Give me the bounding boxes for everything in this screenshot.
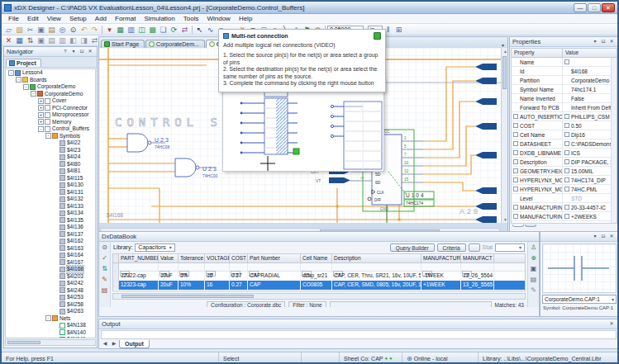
criteria-button[interactable]: Criteria (437, 243, 466, 252)
column-header[interactable]: Part Number (248, 254, 301, 262)
value-checkbox[interactable] (564, 141, 569, 146)
property-row[interactable]: HYPERLYNX_MODEL 74HC174_DIP (512, 176, 617, 185)
output-tab[interactable]: Output (119, 340, 150, 348)
tree-item[interactable]: + Microprocessor (6, 111, 95, 119)
tree-item[interactable]: - CorporateDemo (6, 83, 95, 91)
tree-item[interactable]: $4I134 (6, 210, 95, 217)
expand-toggle[interactable]: - (38, 126, 44, 132)
property-row[interactable]: DATASHEET C:\PADSDemonst (512, 139, 617, 149)
value-checkbox[interactable] (564, 123, 569, 128)
open-icon[interactable]: ▨ (14, 25, 25, 35)
tree-item[interactable]: - Boards (6, 77, 95, 84)
bottom-tab[interactable] (512, 225, 524, 227)
value-checkbox[interactable] (564, 205, 569, 210)
pin-icon[interactable]: ⊡ (78, 48, 86, 55)
column-header-value[interactable]: Value (563, 49, 581, 57)
menu-item[interactable]: Help (235, 15, 256, 22)
filter-cell[interactable]: =▾ (248, 263, 301, 271)
refresh-icon[interactable]: ⟳ (169, 25, 179, 35)
tree-item[interactable]: $4N141 (6, 336, 95, 338)
new-document-icon[interactable]: ▱ (3, 25, 14, 35)
editor-vscrollbar[interactable]: ▲▼ (501, 48, 507, 223)
title-bar[interactable]: xDX Designer - C:\PADS VX Evaluation\Les… (2, 2, 617, 14)
filter-cell[interactable]: =▾ (119, 263, 159, 271)
property-row[interactable]: MANUFACTURING_CO +2WEEKS (512, 212, 617, 221)
bottom-tab[interactable] (525, 225, 536, 227)
table-row[interactable]: 12322-cap10uF5%160.27CAPRADIALdcap_sr21C… (113, 272, 525, 281)
pin-icon[interactable]: ⊡ (599, 38, 607, 45)
tree-item[interactable]: $4I136 (6, 224, 95, 231)
verify-icon[interactable]: ✓ (100, 254, 109, 262)
sheet-settings-icon[interactable]: ▥ (126, 25, 136, 35)
filter-cell[interactable]: =▾ (421, 263, 461, 271)
value-checkbox[interactable] (564, 187, 569, 191)
property-row[interactable]: HYPERLYNX_MODEL_ 74HC.PML (512, 185, 617, 194)
navigator-header[interactable]: Navigator ? ▾ ⊡ ✕ (4, 47, 97, 57)
property-row[interactable]: Partition CorporateDemo (512, 76, 617, 85)
tree-item[interactable]: $4I24 (6, 154, 95, 161)
distribute-icon[interactable]: ▥ (57, 35, 68, 45)
databook-header[interactable]: DxDataBook (99, 232, 539, 242)
tree-item[interactable]: $4I133 (6, 203, 95, 210)
preview-header[interactable]: ▾ ⊡ ✕ (540, 232, 618, 242)
column-header[interactable]: Tolerance (179, 254, 205, 262)
document-tab[interactable]: Start Page (101, 40, 145, 48)
paste-icon[interactable]: ▤ (46, 25, 57, 35)
align-icon[interactable]: ▤ (46, 35, 57, 45)
property-row[interactable]: Level STD (512, 194, 617, 203)
tree-item[interactable]: $4I115 (6, 175, 95, 182)
library-icon[interactable]: ▤ (100, 286, 109, 295)
property-row[interactable]: Description DIP PACKAGE, 16 (512, 158, 617, 167)
menu-item[interactable]: Edit (23, 15, 43, 22)
value-checkbox[interactable] (564, 168, 569, 173)
property-row[interactable]: GEOMETRY.HEIGHT 15.00MIL (512, 167, 617, 176)
menu-dropdown-icon[interactable]: ▾ (591, 38, 599, 45)
tree-item[interactable]: + Memory (6, 119, 95, 126)
property-row[interactable]: Name Inverted False (512, 94, 617, 103)
column-header[interactable]: Value (159, 254, 179, 262)
property-checkbox[interactable] (513, 141, 518, 146)
tree-item[interactable]: $4I164 (6, 252, 95, 259)
video-icon[interactable] (374, 32, 381, 40)
value-checkbox[interactable] (564, 132, 569, 137)
expand-toggle[interactable]: - (45, 133, 51, 139)
tree-item[interactable]: $4I23 (6, 147, 95, 154)
property-row[interactable]: MANUFACTURING_BI 20-33-4457-IC (512, 203, 617, 212)
property-row[interactable]: Symbol Name 74hc174.1 (512, 85, 617, 94)
tree-item[interactable]: + PCI-Connector (6, 105, 95, 112)
tree-item[interactable]: $4I242 (6, 280, 95, 287)
tab-overflow-icon[interactable]: ▾ (502, 42, 504, 48)
add-part-icon[interactable]: ⊕ (529, 254, 538, 262)
column-header[interactable]: COST (230, 254, 248, 262)
tree-item[interactable]: $4N140 (6, 329, 95, 337)
property-checkbox[interactable] (513, 168, 518, 173)
tree-item[interactable]: $4I135 (6, 217, 95, 225)
attributes-icon[interactable]: ▦ (14, 35, 25, 45)
tree-item[interactable]: $4I168 (6, 266, 95, 273)
property-checkbox[interactable] (513, 205, 518, 210)
filter-cell[interactable]: =▾ (332, 263, 421, 271)
column-header[interactable]: MANUFACTURIN (421, 254, 461, 262)
tree-item[interactable]: $4I162 (6, 238, 95, 245)
properties-vscrollbar[interactable] (611, 58, 617, 223)
rotate-icon[interactable]: ◨ (79, 35, 89, 45)
tree-item[interactable]: $4I131 (6, 189, 95, 196)
promote-icon[interactable]: ⇅ (25, 35, 36, 45)
tree-item[interactable]: $4I203 (6, 273, 95, 281)
spreadsheet-icon[interactable]: ▩ (147, 25, 158, 35)
column-header[interactable]: VOLTAGE (205, 254, 230, 262)
tree-item[interactable]: $4I263 (6, 308, 95, 315)
menu-item[interactable]: Tools (179, 15, 203, 22)
tree-item[interactable]: - CorporateDemo (6, 91, 95, 98)
mirror-icon[interactable]: ◧ (68, 35, 79, 45)
property-checkbox[interactable] (513, 187, 518, 191)
copy-part-icon[interactable]: ▣ (529, 265, 538, 273)
document-tab[interactable]: CorporateDem... (145, 40, 205, 48)
filter-cell[interactable]: =▾ (159, 263, 179, 271)
redo-icon[interactable]: ↷ (89, 25, 100, 35)
databook-hscrollbar[interactable] (112, 293, 526, 300)
output-content[interactable] (101, 330, 617, 339)
property-row[interactable]: Forward To PCB Inherit From Defin (512, 103, 617, 112)
display-control-icon[interactable]: ▦ (115, 25, 126, 35)
menu-item[interactable]: Simulation (140, 15, 179, 22)
